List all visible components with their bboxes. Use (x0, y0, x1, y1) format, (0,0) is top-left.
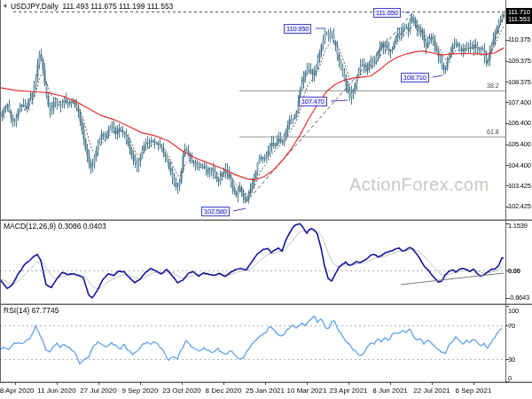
y-axis-label-macd: 0.00 (508, 267, 520, 275)
y-axis-label-price: 102.425 (508, 202, 531, 210)
swing-price-label: 111.650 (373, 8, 401, 18)
y-axis-label-price: 103.425 (508, 182, 531, 190)
title-bar: ▼USDJPY,Daily 111.493 111.675 111.199 11… (3, 2, 173, 11)
price-tag: 111.553 (506, 15, 532, 24)
y-axis-label-macd: 1.1539 (508, 222, 528, 230)
x-axis-label-date: 8 Dec 2020 (206, 387, 242, 395)
x-axis-label-date: 22 Jul 2021 (413, 387, 450, 395)
y-axis-label-rsi: 30 (508, 356, 515, 364)
y-axis-label-macd: -0.6643 (508, 293, 529, 301)
symbol-title: USDJPY,Daily (11, 2, 59, 11)
y-axis-label-price: 107.400 (508, 98, 531, 106)
swing-price-label: 110.950 (284, 24, 311, 34)
symbol-dropdown-icon[interactable]: ▼ (3, 4, 8, 9)
y-axis-label-rsi: 100 (508, 307, 519, 315)
y-axis-label-price: 104.400 (508, 161, 531, 169)
y-axis-label-price: 105.400 (508, 140, 531, 148)
x-axis-label-date: 27 Jul 2020 (80, 387, 116, 395)
macd-header: MACD(12,26,9) 0.3086 0.0403 (4, 222, 106, 231)
swing-price-label: 102.580 (201, 207, 230, 216)
x-axis-label-date: 6 Sep 2021 (456, 387, 492, 395)
x-axis-label-date: 9 Sep 2020 (122, 387, 159, 395)
x-axis-label-date: 23 Oct 2020 (162, 387, 201, 395)
ohlc-readout: 111.493 111.675 111.199 111.553 (62, 2, 173, 11)
y-axis-label-price: 110.375 (508, 35, 530, 43)
y-axis-label-rsi: 70 (508, 322, 515, 330)
swing-price-label: 107.470 (299, 97, 327, 106)
y-axis-label-rsi: 0 (508, 374, 512, 382)
y-axis-label-price: 109.375 (508, 57, 531, 65)
x-axis-label-date: 10 Mar 2021 (287, 387, 327, 395)
x-axis-label-date: 8 Jun 2021 (372, 387, 408, 395)
x-axis-label-date: 11 Jun 2020 (37, 387, 75, 395)
chart-canvas[interactable] (0, 0, 532, 399)
fib-level-label: 61.8 (487, 129, 499, 135)
rsi-header: RSI(14) 67.7745 (4, 306, 59, 315)
x-axis-label-date: 28 Apr 2020 (0, 387, 35, 395)
chart-window: ActionForex.com ▼USDJPY,Daily 111.493 11… (0, 0, 532, 399)
swing-price-label: 108.710 (401, 73, 429, 82)
x-axis-label-date: 23 Apr 2021 (329, 387, 367, 395)
y-axis-label-price: 108.375 (508, 78, 531, 86)
fib-level-label: 38.2 (487, 82, 499, 89)
y-axis-label-price: 106.400 (508, 119, 531, 127)
x-axis-label-date: 25 Jan 2021 (246, 387, 285, 395)
